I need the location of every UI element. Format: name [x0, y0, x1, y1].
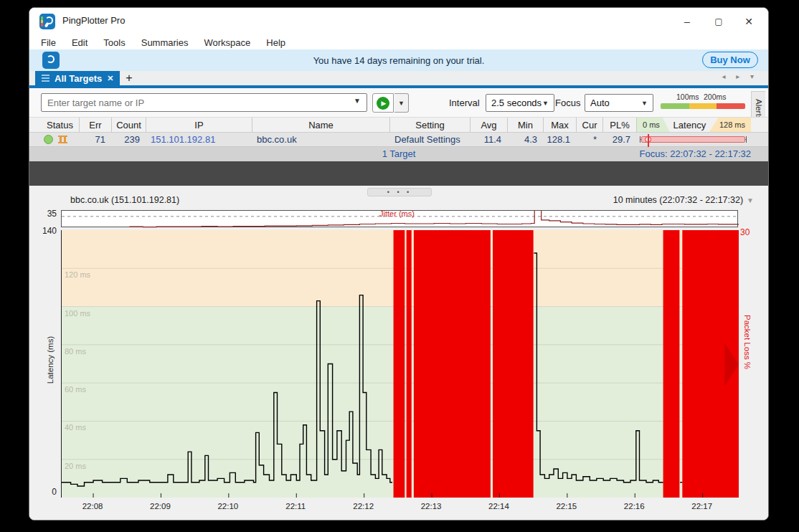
interval-label: Interval — [449, 98, 480, 108]
menu-summaries[interactable]: Summaries — [141, 37, 189, 48]
start-trace-button[interactable]: ▶ — [372, 93, 394, 113]
chevron-down-icon: ▼ — [747, 196, 754, 204]
table-row[interactable]: 71 239 151.101.192.81 bbc.co.uk Default … — [29, 133, 768, 147]
minimize-button[interactable]: – — [675, 12, 699, 31]
tab-close-icon[interactable]: ✕ — [107, 74, 113, 83]
col-avg[interactable]: Avg — [471, 118, 508, 132]
grid-label: 100 ms — [65, 309, 91, 318]
color-scale-bar — [661, 103, 745, 109]
target-input[interactable] — [41, 93, 367, 112]
latency-timeline-chart[interactable]: 20 ms40 ms60 ms80 ms100 ms120 ms — [61, 230, 738, 498]
grid-label: 60 ms — [65, 385, 86, 394]
window-title: PingPlotter Pro — [62, 15, 125, 26]
focus-select[interactable]: Auto ▼ — [585, 94, 653, 112]
tab-label: All Targets — [55, 73, 102, 84]
jitter-series-label: Jitter (ms) — [379, 209, 415, 218]
row-pl: 29.7 — [603, 133, 637, 146]
row-latency-graph[interactable] — [637, 133, 751, 146]
latency-col-title: Latency — [673, 120, 706, 130]
x-tick-label: 22:12 — [348, 502, 379, 510]
x-tick-label: 22:14 — [483, 502, 514, 510]
title-bar: PingPlotter Pro – ▢ ✕ — [29, 8, 768, 35]
tab-scroll-arrows[interactable]: ◂ ▸ ▾ — [722, 72, 758, 80]
latency-min-chip: 0 ms — [637, 118, 670, 132]
col-max[interactable]: Max — [544, 118, 577, 132]
packet-loss-bar — [414, 230, 491, 498]
graph-time-range[interactable]: 10 minutes (22:07:32 - 22:17:32)▼ — [613, 195, 754, 205]
row-min: 4.3 — [508, 133, 544, 146]
row-avg: 11.4 — [471, 133, 508, 146]
chevron-down-icon: ▼ — [641, 100, 648, 107]
tab-all-targets[interactable]: All Targets ✕ — [35, 71, 120, 85]
scale-200ms-label: 200ms — [704, 92, 727, 101]
col-ip[interactable]: IP — [146, 118, 252, 132]
col-status[interactable]: Status — [41, 118, 80, 132]
latency-axis-title: Latency (ms) — [46, 324, 56, 396]
close-button[interactable]: ✕ — [737, 12, 761, 31]
col-name[interactable]: Name — [252, 118, 390, 132]
row-cur: * — [577, 133, 603, 146]
row-name: bbc.co.uk — [252, 133, 390, 146]
new-tab-button[interactable]: + — [121, 71, 137, 85]
app-logo-icon — [39, 14, 55, 29]
menu-help[interactable]: Help — [266, 37, 285, 48]
packetloss-axis-title: Packet Loss % — [743, 315, 752, 369]
graph-target-title: bbc.co.uk (151.101.192.81) — [70, 195, 179, 205]
grid-label: 80 ms — [65, 347, 86, 356]
app-window: PingPlotter Pro – ▢ ✕ File Edit Tools Su… — [29, 7, 769, 521]
toolbar: ▼ ▶ ▼ Interval 2.5 seconds ▼ Focus Auto … — [29, 88, 768, 117]
packet-loss-bar — [394, 230, 405, 498]
grid-label: 20 ms — [65, 462, 86, 470]
menu-edit[interactable]: Edit — [72, 37, 88, 48]
row-err: 71 — [80, 133, 112, 146]
packet-loss-bar — [407, 230, 412, 498]
x-tick-label: 22:10 — [212, 502, 244, 510]
packet-loss-bar — [663, 230, 680, 498]
col-min[interactable]: Min — [508, 118, 544, 132]
col-count[interactable]: Count — [112, 118, 146, 132]
menu-file[interactable]: File — [41, 37, 56, 48]
interval-value: 2.5 seconds — [491, 98, 542, 108]
latency-min-cap — [640, 136, 640, 143]
x-tick-label: 22:08 — [77, 502, 108, 510]
start-options-dropdown[interactable]: ▼ — [394, 93, 409, 113]
col-setting[interactable]: Setting — [390, 118, 471, 132]
latency-range-bar — [641, 136, 745, 143]
x-tick-label: 22:11 — [280, 502, 311, 510]
buy-now-button[interactable]: Buy Now — [702, 52, 758, 68]
hamburger-icon[interactable] — [42, 75, 49, 82]
grid-label: 40 ms — [65, 423, 86, 432]
x-tick-label: 22:16 — [618, 502, 650, 510]
status-bars-icon — [60, 136, 66, 143]
col-cur[interactable]: Cur — [577, 118, 603, 132]
row-count: 239 — [112, 133, 146, 146]
col-err[interactable]: Err — [80, 118, 112, 132]
status-good-icon — [44, 135, 53, 144]
latency-max-cap — [746, 136, 747, 143]
focus-range-text: Focus: 22:07:32 - 22:17:32 — [640, 148, 751, 159]
latency-color-scale: 100ms 200ms — [661, 92, 745, 111]
x-tick-label: 22:15 — [551, 502, 582, 510]
target-dropdown-icon[interactable]: ▼ — [354, 97, 361, 105]
latency-axis-max: 140 — [37, 226, 57, 236]
col-pl[interactable]: PL% — [603, 118, 637, 132]
splitter-grip[interactable]: • • • — [367, 188, 432, 196]
menu-workspace[interactable]: Workspace — [204, 37, 250, 48]
play-icon: ▶ — [377, 97, 389, 110]
focus-label: Focus — [555, 98, 580, 108]
collapsed-summary-band — [29, 161, 768, 186]
row-setting[interactable]: Default Settings — [390, 133, 471, 146]
packet-loss-bar — [493, 230, 534, 498]
maximize-button[interactable]: ▢ — [706, 12, 731, 31]
trial-message: You have 14 days remaining on your trial… — [29, 49, 768, 71]
scale-100ms-label: 100ms — [676, 92, 699, 101]
status-cell — [41, 133, 80, 146]
menu-tools[interactable]: Tools — [103, 37, 125, 48]
focus-value: Auto — [590, 98, 610, 108]
chevron-down-icon: ▼ — [542, 100, 549, 107]
latency-axis-min: 0 — [37, 487, 57, 497]
interval-select[interactable]: 2.5 seconds ▼ — [486, 94, 554, 112]
row-max: 128.1 — [544, 133, 577, 146]
jitter-ref-label: 35 — [39, 209, 57, 219]
col-latency[interactable]: 0 ms Latency 128 ms — [637, 118, 751, 132]
